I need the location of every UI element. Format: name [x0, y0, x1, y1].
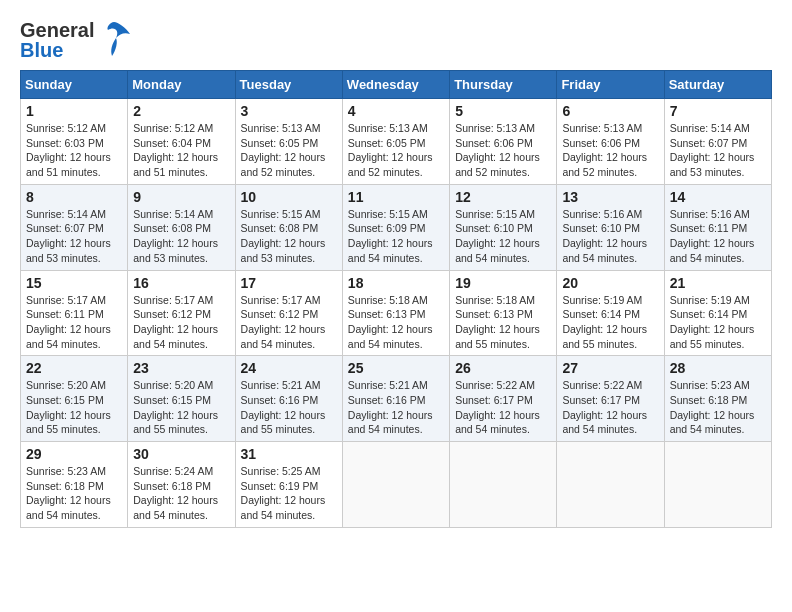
calendar-week-row: 1Sunrise: 5:12 AMSunset: 6:03 PMDaylight… — [21, 99, 772, 185]
calendar-week-row: 15Sunrise: 5:17 AMSunset: 6:11 PMDayligh… — [21, 270, 772, 356]
day-info: Sunrise: 5:14 AMSunset: 6:07 PMDaylight:… — [670, 121, 766, 180]
day-info: Sunrise: 5:13 AMSunset: 6:05 PMDaylight:… — [241, 121, 337, 180]
day-number: 21 — [670, 275, 766, 291]
day-number: 23 — [133, 360, 229, 376]
day-info: Sunrise: 5:23 AMSunset: 6:18 PMDaylight:… — [670, 378, 766, 437]
day-info: Sunrise: 5:18 AMSunset: 6:13 PMDaylight:… — [348, 293, 444, 352]
weekday-header: Thursday — [450, 71, 557, 99]
day-number: 5 — [455, 103, 551, 119]
calendar-day-cell: 24Sunrise: 5:21 AMSunset: 6:16 PMDayligh… — [235, 356, 342, 442]
day-number: 20 — [562, 275, 658, 291]
calendar-day-cell: 18Sunrise: 5:18 AMSunset: 6:13 PMDayligh… — [342, 270, 449, 356]
day-number: 22 — [26, 360, 122, 376]
calendar-day-cell — [342, 442, 449, 528]
day-info: Sunrise: 5:12 AMSunset: 6:04 PMDaylight:… — [133, 121, 229, 180]
calendar-day-cell — [664, 442, 771, 528]
calendar-day-cell: 9Sunrise: 5:14 AMSunset: 6:08 PMDaylight… — [128, 184, 235, 270]
day-info: Sunrise: 5:14 AMSunset: 6:07 PMDaylight:… — [26, 207, 122, 266]
day-info: Sunrise: 5:19 AMSunset: 6:14 PMDaylight:… — [670, 293, 766, 352]
calendar-day-cell: 16Sunrise: 5:17 AMSunset: 6:12 PMDayligh… — [128, 270, 235, 356]
calendar-day-cell: 29Sunrise: 5:23 AMSunset: 6:18 PMDayligh… — [21, 442, 128, 528]
day-number: 10 — [241, 189, 337, 205]
day-info: Sunrise: 5:16 AMSunset: 6:11 PMDaylight:… — [670, 207, 766, 266]
day-number: 6 — [562, 103, 658, 119]
logo: General Blue — [20, 20, 132, 60]
day-info: Sunrise: 5:19 AMSunset: 6:14 PMDaylight:… — [562, 293, 658, 352]
day-info: Sunrise: 5:13 AMSunset: 6:06 PMDaylight:… — [455, 121, 551, 180]
calendar-day-cell: 5Sunrise: 5:13 AMSunset: 6:06 PMDaylight… — [450, 99, 557, 185]
day-info: Sunrise: 5:18 AMSunset: 6:13 PMDaylight:… — [455, 293, 551, 352]
calendar-day-cell: 6Sunrise: 5:13 AMSunset: 6:06 PMDaylight… — [557, 99, 664, 185]
day-info: Sunrise: 5:17 AMSunset: 6:12 PMDaylight:… — [241, 293, 337, 352]
weekday-header: Friday — [557, 71, 664, 99]
calendar-week-row: 8Sunrise: 5:14 AMSunset: 6:07 PMDaylight… — [21, 184, 772, 270]
logo-bird-icon — [96, 20, 132, 60]
day-number: 30 — [133, 446, 229, 462]
day-info: Sunrise: 5:13 AMSunset: 6:05 PMDaylight:… — [348, 121, 444, 180]
calendar-day-cell: 22Sunrise: 5:20 AMSunset: 6:15 PMDayligh… — [21, 356, 128, 442]
calendar-day-cell: 13Sunrise: 5:16 AMSunset: 6:10 PMDayligh… — [557, 184, 664, 270]
weekday-header: Wednesday — [342, 71, 449, 99]
weekday-header: Monday — [128, 71, 235, 99]
day-info: Sunrise: 5:15 AMSunset: 6:09 PMDaylight:… — [348, 207, 444, 266]
calendar-day-cell: 7Sunrise: 5:14 AMSunset: 6:07 PMDaylight… — [664, 99, 771, 185]
calendar-week-row: 29Sunrise: 5:23 AMSunset: 6:18 PMDayligh… — [21, 442, 772, 528]
day-info: Sunrise: 5:21 AMSunset: 6:16 PMDaylight:… — [241, 378, 337, 437]
page-header: General Blue — [20, 20, 772, 60]
calendar-day-cell: 26Sunrise: 5:22 AMSunset: 6:17 PMDayligh… — [450, 356, 557, 442]
day-number: 7 — [670, 103, 766, 119]
day-number: 17 — [241, 275, 337, 291]
day-info: Sunrise: 5:22 AMSunset: 6:17 PMDaylight:… — [455, 378, 551, 437]
day-number: 13 — [562, 189, 658, 205]
calendar-table: SundayMondayTuesdayWednesdayThursdayFrid… — [20, 70, 772, 528]
day-number: 28 — [670, 360, 766, 376]
day-number: 25 — [348, 360, 444, 376]
day-number: 29 — [26, 446, 122, 462]
day-number: 18 — [348, 275, 444, 291]
day-info: Sunrise: 5:21 AMSunset: 6:16 PMDaylight:… — [348, 378, 444, 437]
calendar-week-row: 22Sunrise: 5:20 AMSunset: 6:15 PMDayligh… — [21, 356, 772, 442]
calendar-day-cell: 3Sunrise: 5:13 AMSunset: 6:05 PMDaylight… — [235, 99, 342, 185]
day-number: 4 — [348, 103, 444, 119]
weekday-header: Tuesday — [235, 71, 342, 99]
calendar-day-cell: 1Sunrise: 5:12 AMSunset: 6:03 PMDaylight… — [21, 99, 128, 185]
calendar-day-cell: 2Sunrise: 5:12 AMSunset: 6:04 PMDaylight… — [128, 99, 235, 185]
calendar-day-cell: 11Sunrise: 5:15 AMSunset: 6:09 PMDayligh… — [342, 184, 449, 270]
day-number: 19 — [455, 275, 551, 291]
day-number: 11 — [348, 189, 444, 205]
day-info: Sunrise: 5:24 AMSunset: 6:18 PMDaylight:… — [133, 464, 229, 523]
day-info: Sunrise: 5:15 AMSunset: 6:08 PMDaylight:… — [241, 207, 337, 266]
day-info: Sunrise: 5:14 AMSunset: 6:08 PMDaylight:… — [133, 207, 229, 266]
calendar-day-cell — [557, 442, 664, 528]
day-number: 12 — [455, 189, 551, 205]
day-info: Sunrise: 5:16 AMSunset: 6:10 PMDaylight:… — [562, 207, 658, 266]
calendar-day-cell: 4Sunrise: 5:13 AMSunset: 6:05 PMDaylight… — [342, 99, 449, 185]
calendar-day-cell: 25Sunrise: 5:21 AMSunset: 6:16 PMDayligh… — [342, 356, 449, 442]
calendar-day-cell: 27Sunrise: 5:22 AMSunset: 6:17 PMDayligh… — [557, 356, 664, 442]
calendar-day-cell: 8Sunrise: 5:14 AMSunset: 6:07 PMDaylight… — [21, 184, 128, 270]
day-info: Sunrise: 5:13 AMSunset: 6:06 PMDaylight:… — [562, 121, 658, 180]
calendar-day-cell — [450, 442, 557, 528]
calendar-day-cell: 17Sunrise: 5:17 AMSunset: 6:12 PMDayligh… — [235, 270, 342, 356]
weekday-header: Saturday — [664, 71, 771, 99]
calendar-day-cell: 15Sunrise: 5:17 AMSunset: 6:11 PMDayligh… — [21, 270, 128, 356]
calendar-day-cell: 12Sunrise: 5:15 AMSunset: 6:10 PMDayligh… — [450, 184, 557, 270]
day-info: Sunrise: 5:20 AMSunset: 6:15 PMDaylight:… — [133, 378, 229, 437]
day-info: Sunrise: 5:20 AMSunset: 6:15 PMDaylight:… — [26, 378, 122, 437]
day-number: 2 — [133, 103, 229, 119]
day-number: 8 — [26, 189, 122, 205]
calendar-day-cell: 19Sunrise: 5:18 AMSunset: 6:13 PMDayligh… — [450, 270, 557, 356]
calendar-day-cell: 21Sunrise: 5:19 AMSunset: 6:14 PMDayligh… — [664, 270, 771, 356]
day-info: Sunrise: 5:23 AMSunset: 6:18 PMDaylight:… — [26, 464, 122, 523]
day-info: Sunrise: 5:15 AMSunset: 6:10 PMDaylight:… — [455, 207, 551, 266]
day-number: 31 — [241, 446, 337, 462]
day-number: 1 — [26, 103, 122, 119]
weekday-header: Sunday — [21, 71, 128, 99]
day-number: 3 — [241, 103, 337, 119]
calendar-day-cell: 20Sunrise: 5:19 AMSunset: 6:14 PMDayligh… — [557, 270, 664, 356]
calendar-day-cell: 28Sunrise: 5:23 AMSunset: 6:18 PMDayligh… — [664, 356, 771, 442]
calendar-day-cell: 31Sunrise: 5:25 AMSunset: 6:19 PMDayligh… — [235, 442, 342, 528]
day-info: Sunrise: 5:25 AMSunset: 6:19 PMDaylight:… — [241, 464, 337, 523]
calendar-day-cell: 10Sunrise: 5:15 AMSunset: 6:08 PMDayligh… — [235, 184, 342, 270]
day-number: 27 — [562, 360, 658, 376]
